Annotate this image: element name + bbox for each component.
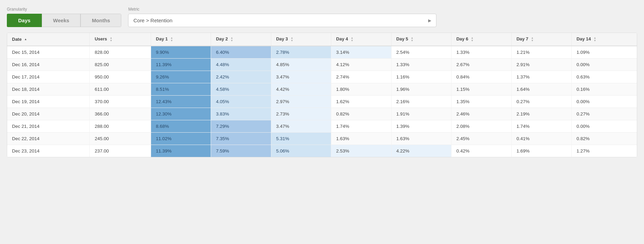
granularity-buttons: Days Weeks Months: [7, 14, 121, 27]
header-day3[interactable]: Day 3 ▲ ▼: [271, 33, 331, 46]
header-day6[interactable]: Day 6 ▲ ▼: [451, 33, 511, 46]
cell-day1: 11.39%: [151, 145, 211, 157]
cell-day3: 5.31%: [271, 132, 331, 145]
cell-day2: 2.42%: [211, 71, 271, 83]
cell-day4: 1.74%: [331, 120, 391, 132]
table-row: Dec 18, 2014611.008.51%4.58%4.42%1.80%1.…: [7, 83, 637, 95]
months-button[interactable]: Months: [80, 14, 121, 27]
table-row: Dec 23, 2014237.0011.39%7.59%5.06%2.53%4…: [7, 145, 637, 157]
cell-day2: 3.83%: [211, 108, 271, 120]
cell-day4: 1.80%: [331, 83, 391, 95]
cell-day7: 0.27%: [511, 95, 571, 108]
cell-day2: 7.35%: [211, 132, 271, 145]
cell-users: 825.00: [90, 58, 151, 71]
retention-table: Date ▲ Users ▲ ▼ Day 1: [7, 33, 637, 157]
table-row: Dec 21, 2014288.008.68%7.29%3.47%1.74%1.…: [7, 120, 637, 132]
cell-day14: 0.63%: [572, 71, 637, 83]
cell-users: 828.00: [90, 46, 151, 59]
granularity-label: Granularity: [7, 7, 121, 12]
cell-day14: 0.16%: [572, 83, 637, 95]
cell-day2: 4.05%: [211, 95, 271, 108]
day14-sort-icons: ▲ ▼: [594, 37, 596, 42]
cell-day7: 2.19%: [511, 108, 571, 120]
cell-day7: 1.74%: [511, 120, 571, 132]
cell-day7: 2.91%: [511, 58, 571, 71]
cell-day1: 8.68%: [151, 120, 211, 132]
cell-date: Dec 17, 2014: [7, 71, 90, 83]
cell-day6: 2.67%: [451, 58, 511, 71]
cell-day3: 5.06%: [271, 145, 331, 157]
cell-day5: 1.91%: [391, 108, 451, 120]
cell-day14: 0.27%: [572, 108, 637, 120]
cell-day7: 1.64%: [511, 83, 571, 95]
cell-day5: 2.54%: [391, 46, 451, 59]
granularity-section: Granularity Days Weeks Months: [7, 7, 121, 27]
cell-day7: 0.41%: [511, 132, 571, 145]
cell-day14: 0.00%: [572, 58, 637, 71]
day5-sort-icons: ▲ ▼: [411, 37, 413, 42]
header-date[interactable]: Date ▲: [7, 33, 90, 46]
cell-day6: 2.08%: [451, 120, 511, 132]
day2-sort-icons: ▲ ▼: [231, 37, 233, 42]
cell-day3: 4.42%: [271, 83, 331, 95]
cell-day6: 1.15%: [451, 83, 511, 95]
header-day5[interactable]: Day 5 ▲ ▼: [391, 33, 451, 46]
metric-dropdown[interactable]: Core > Retention ▶: [128, 14, 436, 27]
cell-users: 237.00: [90, 145, 151, 157]
cell-day4: 1.62%: [331, 95, 391, 108]
table-row: Dec 19, 2014370.0012.43%4.05%2.97%1.62%2…: [7, 95, 637, 108]
cell-day5: 1.16%: [391, 71, 451, 83]
cell-date: Dec 23, 2014: [7, 145, 90, 157]
days-button[interactable]: Days: [7, 14, 42, 27]
header-day7[interactable]: Day 7 ▲ ▼: [511, 33, 571, 46]
cell-users: 950.00: [90, 71, 151, 83]
controls-row: Granularity Days Weeks Months Metric Cor…: [7, 7, 637, 27]
cell-day1: 8.51%: [151, 83, 211, 95]
cell-date: Dec 15, 2014: [7, 46, 90, 59]
cell-day14: 1.27%: [572, 145, 637, 157]
cell-users: 245.00: [90, 132, 151, 145]
header-day2[interactable]: Day 2 ▲ ▼: [211, 33, 271, 46]
table-row: Dec 17, 2014950.009.26%2.42%3.47%2.74%1.…: [7, 71, 637, 83]
cell-day1: 12.43%: [151, 95, 211, 108]
table-row: Dec 15, 2014828.009.90%6.40%2.78%3.14%2.…: [7, 46, 637, 59]
cell-day2: 7.59%: [211, 145, 271, 157]
cell-day3: 3.47%: [271, 120, 331, 132]
header-day14[interactable]: Day 14 ▲ ▼: [572, 33, 637, 46]
cell-day4: 4.12%: [331, 58, 391, 71]
cell-day4: 2.74%: [331, 71, 391, 83]
cell-users: 370.00: [90, 95, 151, 108]
cell-day4: 1.63%: [331, 132, 391, 145]
table-row: Dec 22, 2014245.0011.02%7.35%5.31%1.63%1…: [7, 132, 637, 145]
table-row: Dec 20, 2014366.0012.30%3.83%2.73%0.82%1…: [7, 108, 637, 120]
cell-day14: 1.09%: [572, 46, 637, 59]
cell-day7: 1.21%: [511, 46, 571, 59]
cell-day14: 0.00%: [572, 95, 637, 108]
cell-date: Dec 22, 2014: [7, 132, 90, 145]
cell-day3: 2.97%: [271, 95, 331, 108]
day7-sort-icons: ▲ ▼: [531, 37, 534, 42]
header-day1[interactable]: Day 1 ▲ ▼: [151, 33, 211, 46]
cell-date: Dec 20, 2014: [7, 108, 90, 120]
header-users[interactable]: Users ▲ ▼: [90, 33, 151, 46]
cell-date: Dec 19, 2014: [7, 95, 90, 108]
cell-day5: 1.39%: [391, 120, 451, 132]
cell-day1: 12.30%: [151, 108, 211, 120]
cell-date: Dec 18, 2014: [7, 83, 90, 95]
cell-day4: 0.82%: [331, 108, 391, 120]
cell-day6: 0.42%: [451, 145, 511, 157]
cell-day14: 0.82%: [572, 132, 637, 145]
cell-day5: 1.33%: [391, 58, 451, 71]
cell-day14: 0.00%: [572, 120, 637, 132]
cell-day6: 1.33%: [451, 46, 511, 59]
cell-day6: 2.45%: [451, 132, 511, 145]
day1-sort-icons: ▲ ▼: [170, 37, 173, 42]
cell-day4: 3.14%: [331, 46, 391, 59]
cell-day7: 1.69%: [511, 145, 571, 157]
table-header-row: Date ▲ Users ▲ ▼ Day 1: [7, 33, 637, 46]
cell-day5: 2.16%: [391, 95, 451, 108]
weeks-button[interactable]: Weeks: [42, 14, 80, 27]
header-day4[interactable]: Day 4 ▲ ▼: [331, 33, 391, 46]
cell-day3: 2.73%: [271, 108, 331, 120]
cell-day5: 1.96%: [391, 83, 451, 95]
